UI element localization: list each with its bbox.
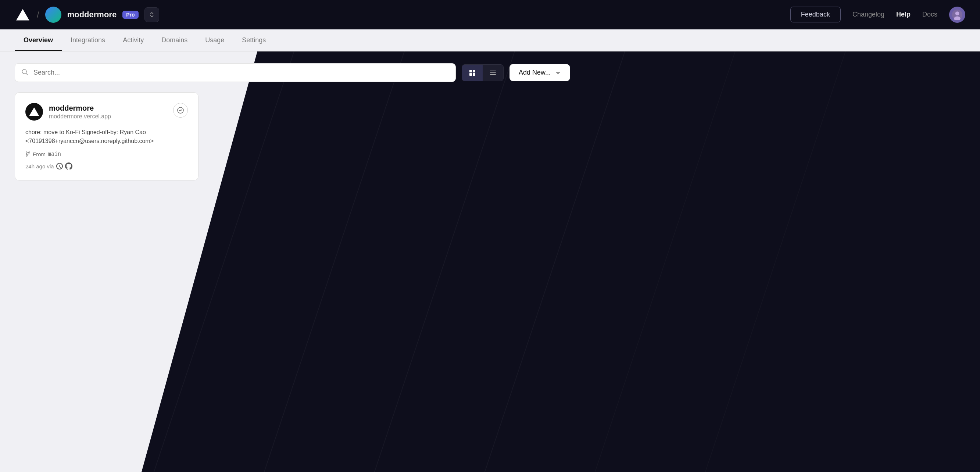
header: / moddermore Pro Feedback Changelog Help…	[0, 0, 980, 29]
header-left: / moddermore Pro	[15, 6, 159, 23]
search-input[interactable]	[15, 63, 456, 82]
content-layer: Add New... moddermore moddermore.v	[0, 51, 980, 472]
add-new-label: Add New...	[519, 69, 550, 76]
svg-rect-15	[490, 71, 496, 72]
github-icon	[65, 162, 72, 170]
tab-usage[interactable]: Usage	[196, 30, 233, 51]
header-right: Feedback Changelog Help Docs	[790, 6, 965, 23]
svg-rect-12	[473, 70, 475, 72]
help-link[interactable]: Help	[896, 11, 910, 18]
card-header: moddermore moddermore.vercel.app	[25, 103, 188, 121]
svg-rect-17	[490, 74, 496, 75]
list-view-button[interactable]	[483, 65, 503, 81]
svg-rect-14	[473, 73, 475, 76]
view-toggle	[462, 64, 504, 81]
breadcrumb-separator: /	[37, 10, 39, 20]
tab-integrations[interactable]: Integrations	[62, 30, 114, 51]
feedback-button[interactable]: Feedback	[790, 6, 841, 22]
tab-activity[interactable]: Activity	[114, 30, 153, 51]
search-row: Add New...	[15, 63, 965, 82]
card-title-block: moddermore moddermore.vercel.app	[49, 104, 111, 120]
project-card[interactable]: moddermore moddermore.vercel.app chore: …	[15, 92, 199, 181]
nav-tabs: Overview Integrations Activity Domains U…	[0, 29, 980, 51]
changelog-link[interactable]: Changelog	[853, 11, 885, 18]
time-ago-text: 24h ago via	[25, 163, 54, 170]
tab-overview[interactable]: Overview	[15, 30, 62, 51]
card-timestamp: 24h ago via	[25, 162, 188, 170]
vercel-logo-icon[interactable]	[15, 6, 31, 23]
card-logo-icon	[25, 103, 43, 121]
tab-settings[interactable]: Settings	[233, 30, 275, 51]
project-icon	[45, 6, 61, 23]
card-branch: From main	[25, 151, 188, 157]
card-commit-message: chore: move to Ko-Fi Signed-off-by: Ryan…	[25, 128, 188, 146]
search-wrapper	[15, 63, 456, 82]
svg-rect-11	[469, 70, 472, 72]
grid-view-button[interactable]	[462, 65, 483, 81]
card-project-name: moddermore	[49, 104, 111, 113]
project-switcher-button[interactable]	[145, 7, 159, 22]
card-analytics-button[interactable]	[173, 103, 188, 118]
branch-name: main	[48, 151, 61, 157]
card-project-info: moddermore moddermore.vercel.app	[25, 103, 111, 121]
project-name[interactable]: moddermore	[67, 10, 116, 19]
docs-link[interactable]: Docs	[922, 11, 937, 18]
pro-badge: Pro	[123, 11, 138, 19]
svg-rect-13	[469, 73, 472, 76]
svg-point-1	[955, 11, 959, 16]
svg-line-10	[26, 73, 28, 75]
svg-rect-16	[490, 72, 496, 73]
tab-domains[interactable]: Domains	[153, 30, 196, 51]
card-project-url: moddermore.vercel.app	[49, 113, 111, 120]
branch-label: From	[33, 151, 46, 157]
user-avatar[interactable]	[949, 6, 965, 23]
add-new-button[interactable]: Add New...	[509, 64, 570, 81]
main-content: Add New... moddermore moddermore.v	[0, 51, 980, 472]
search-icon	[21, 68, 28, 77]
